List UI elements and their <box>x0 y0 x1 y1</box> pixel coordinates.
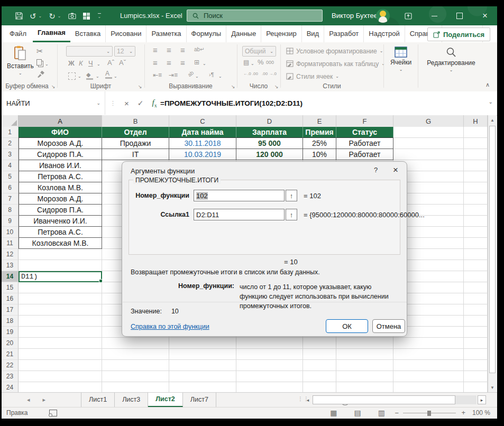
active-cell-A14[interactable]: D11) <box>19 271 102 282</box>
expand-formula-bar-icon[interactable]: ⌄ <box>489 99 493 105</box>
cell[interactable] <box>236 371 303 382</box>
zoom-level[interactable]: 100 % <box>472 409 490 416</box>
cell[interactable] <box>19 249 102 260</box>
select-all-corner[interactable] <box>2 115 19 127</box>
row-header-22[interactable]: 22 <box>2 360 19 371</box>
name-box[interactable]: НАЙТИ ⌄ <box>2 91 105 115</box>
tab-0[interactable]: Главная <box>33 25 70 42</box>
zoom-in-icon[interactable]: + <box>461 409 465 416</box>
cancel-button[interactable]: Отмена <box>372 319 405 333</box>
row-header-10[interactable]: 10 <box>2 227 19 238</box>
cell[interactable]: Сидоров П.А. <box>19 149 102 160</box>
user-name[interactable]: Виктор Бухтеев <box>332 6 381 25</box>
cell[interactable] <box>236 382 303 392</box>
tab-7[interactable]: Вид <box>302 25 325 42</box>
underline-chevron-icon[interactable]: ⌄ <box>97 62 100 67</box>
ribbon-display-options-icon[interactable] <box>399 6 417 25</box>
cell[interactable] <box>464 193 488 205</box>
align-center-icon[interactable]: ≡ <box>167 58 171 67</box>
cell[interactable]: Работает <box>336 149 393 160</box>
camera-icon[interactable] <box>68 13 76 19</box>
decrease-decimal-icon[interactable]: .00 →.0 <box>262 72 277 76</box>
cell[interactable] <box>19 282 102 293</box>
merge-center-icon[interactable]: ⊞ <box>194 59 199 66</box>
cell[interactable] <box>393 138 464 149</box>
sheet-tab-Лист3[interactable]: Лист3 <box>115 393 148 407</box>
cell[interactable]: IT <box>102 149 169 160</box>
row-header-11[interactable]: 11 <box>2 238 19 249</box>
cell[interactable] <box>464 371 488 382</box>
redo-icon[interactable]: ↻ <box>49 12 56 20</box>
row-header-6[interactable]: 6 <box>2 182 19 193</box>
bold-button[interactable]: Ж <box>68 59 75 67</box>
cell[interactable] <box>303 360 336 371</box>
paragraph-chevron-icon[interactable]: ⌄ <box>218 74 222 79</box>
cell[interactable] <box>393 371 464 382</box>
cell[interactable]: 10% <box>303 149 336 160</box>
cell[interactable]: Отдел <box>102 127 169 138</box>
cell[interactable] <box>464 182 488 193</box>
accounting-chevron-icon[interactable]: ⌄ <box>251 61 254 66</box>
font-color-chevron-icon[interactable]: ⌄ <box>114 74 117 79</box>
fill-color-chevron-icon[interactable]: ⌄ <box>96 74 99 79</box>
tab-4[interactable]: Формулы <box>187 25 227 42</box>
row-header-23[interactable]: 23 <box>2 371 19 382</box>
page-layout-view-icon[interactable]: ▤ <box>354 409 361 417</box>
cell[interactable] <box>464 382 488 392</box>
cell[interactable] <box>464 127 488 138</box>
percent-style-icon[interactable]: % <box>258 58 264 66</box>
share-button[interactable]: Поделиться <box>427 27 490 41</box>
cell[interactable] <box>303 371 336 382</box>
cell[interactable] <box>464 138 488 149</box>
maximize-button[interactable] <box>451 6 469 25</box>
cell[interactable]: Морозов А.Д. <box>19 138 102 149</box>
cell[interactable] <box>464 338 488 349</box>
cell[interactable] <box>464 227 488 238</box>
cell[interactable]: Работает <box>336 138 393 149</box>
save-icon[interactable] <box>15 12 23 20</box>
formula-input[interactable]: =ПРОМЕЖУТОЧНЫЕ.ИТОГИ(102;D2:D11) <box>160 91 303 115</box>
align-right-icon[interactable]: ≡ <box>180 58 185 67</box>
cell[interactable] <box>393 338 464 349</box>
cell[interactable] <box>336 382 393 392</box>
format-as-table-button[interactable]: Форматировать как таблицу⌄ <box>286 58 385 69</box>
column-header-A[interactable]: A <box>19 115 102 127</box>
normal-view-icon[interactable]: ▦ <box>330 409 337 417</box>
font-dialog-launcher-icon[interactable]: ↘ <box>138 84 142 89</box>
editing-button[interactable]: Редактирование ⌄ <box>425 47 478 72</box>
cell[interactable] <box>102 371 169 382</box>
field-input[interactable]: 102 <box>194 190 285 201</box>
sheet-nav-left-icon[interactable]: ◂ <box>27 396 30 403</box>
cell[interactable] <box>336 338 393 349</box>
column-header-B[interactable]: B <box>102 115 169 127</box>
cell[interactable] <box>19 349 102 360</box>
sheet-tab-Лист2[interactable]: Лист2 <box>148 393 182 407</box>
cell[interactable] <box>169 382 236 392</box>
borders-icon[interactable]: ⌄ <box>68 72 81 80</box>
cell[interactable] <box>464 360 488 371</box>
search-input[interactable]: Поиск <box>187 10 323 22</box>
user-avatar[interactable] <box>376 9 390 23</box>
row-header-4[interactable]: 4 <box>2 160 19 171</box>
cell[interactable] <box>336 371 393 382</box>
cell[interactable] <box>464 271 488 282</box>
insert-function-icon[interactable]: fx <box>152 98 157 108</box>
number-format-select[interactable]: Общий⌄ <box>242 46 276 57</box>
dialog-close-icon[interactable]: × <box>393 165 398 175</box>
cell[interactable] <box>464 205 488 216</box>
tab-8[interactable]: Разработ <box>324 25 364 42</box>
cells-button[interactable]: Ячейки ⌄ <box>387 47 415 72</box>
row-header-8[interactable]: 8 <box>2 205 19 216</box>
italic-button[interactable]: К <box>79 59 83 67</box>
row-header-3[interactable]: 3 <box>2 149 19 160</box>
function-help-link[interactable]: Справка по этой функции <box>131 323 209 330</box>
cell[interactable]: Сидоров П.А. <box>19 205 102 216</box>
sheet-nav-right-icon[interactable]: ▸ <box>43 396 46 403</box>
cell[interactable] <box>19 316 102 327</box>
collapse-dialog-icon[interactable]: ↑ <box>286 190 297 201</box>
cell[interactable] <box>102 360 169 371</box>
hscroll-right-icon[interactable]: ▸ <box>478 395 486 404</box>
tab-file[interactable]: Файл <box>5 25 31 42</box>
cell[interactable] <box>464 216 488 227</box>
cell-styles-button[interactable]: Стили ячеек⌄ <box>286 71 339 82</box>
